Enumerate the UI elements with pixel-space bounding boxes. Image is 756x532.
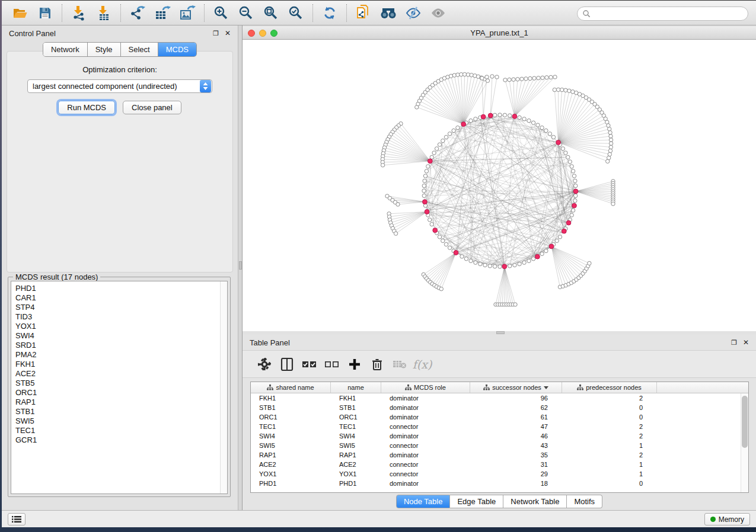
result-node-item[interactable]: YOX1 [15, 322, 227, 331]
table-row[interactable]: PHD1PHD1dominator180 [251, 479, 748, 488]
splitter-grip[interactable] [239, 261, 242, 270]
scrollbar-thumb[interactable] [742, 396, 748, 448]
column-header-predecessor-nodes[interactable]: predecessor nodes [562, 382, 657, 393]
import-network-icon[interactable] [70, 4, 88, 22]
search-input[interactable] [577, 7, 748, 21]
network-window: YPA_prune.txt_1 [243, 27, 756, 331]
close-panel-icon[interactable]: ✕ [743, 339, 749, 346]
export-network-icon[interactable] [129, 4, 146, 22]
toolbar-separator [120, 4, 121, 22]
export-table-icon[interactable] [154, 4, 171, 22]
delete-column-icon[interactable] [369, 356, 385, 373]
vertical-splitter[interactable] [238, 25, 243, 510]
result-node-item[interactable]: SWI4 [15, 331, 227, 341]
table-row[interactable]: TEC1TEC1connector472 [251, 422, 748, 431]
export-image-icon[interactable] [178, 4, 196, 22]
float-panel-icon[interactable]: ❐ [213, 30, 219, 37]
table-row[interactable]: STB1STB1dominator620 [251, 403, 748, 412]
result-node-item[interactable]: PHD1 [15, 284, 227, 293]
memory-status-icon [710, 517, 716, 522]
add-column-icon[interactable] [346, 356, 363, 373]
open-file-icon[interactable] [11, 4, 29, 22]
memory-button[interactable]: Memory [704, 513, 750, 525]
result-node-item[interactable]: CAR1 [15, 293, 227, 303]
result-node-item[interactable]: ACE2 [15, 369, 227, 379]
cell-name: ORC1 [331, 414, 381, 421]
tab-style[interactable]: Style [88, 43, 121, 56]
cell-successor-nodes: 46 [470, 432, 562, 440]
table-row[interactable]: RAP1RAP1dominator352 [251, 450, 748, 460]
table-row[interactable]: SWI4SWI4dominator462 [251, 431, 748, 441]
result-node-item[interactable]: PMA2 [15, 350, 227, 360]
table-scrollbar[interactable] [741, 393, 748, 492]
result-node-item[interactable]: ORC1 [15, 388, 227, 398]
close-panel-button[interactable]: Close panel [123, 101, 181, 114]
column-settings-icon[interactable] [256, 356, 273, 373]
hide-selected-icon[interactable] [404, 4, 422, 22]
run-mcds-button[interactable]: Run MCDS [58, 101, 115, 114]
table-row[interactable]: ORC1ORC1dominator610 [251, 412, 748, 422]
close-panel-icon[interactable]: ✕ [225, 30, 231, 37]
network-canvas[interactable] [243, 40, 756, 331]
result-node-item[interactable]: STP4 [15, 303, 227, 312]
table-row[interactable]: YOX1YOX1connector291 [251, 469, 748, 479]
select-stepper-icon [200, 80, 211, 92]
first-neighbors-icon[interactable] [379, 4, 397, 22]
result-node-item[interactable]: TID3 [15, 312, 227, 322]
column-header-shared-name[interactable]: shared name [251, 382, 331, 393]
cell-shared-name: FKH1 [251, 395, 331, 402]
result-node-item[interactable]: TEC1 [15, 426, 227, 435]
toggle-panels-icon[interactable] [279, 356, 295, 373]
zoom-out-icon[interactable] [237, 4, 255, 22]
status-bar: Memory [2, 510, 756, 527]
table-row[interactable]: SWI5SWI5connector431 [251, 441, 748, 450]
network-window-titlebar[interactable]: YPA_prune.txt_1 [243, 27, 756, 40]
cell-name: STB1 [331, 404, 381, 411]
result-node-item[interactable]: FKH1 [15, 360, 227, 369]
result-node-item[interactable]: SRD1 [15, 341, 227, 350]
cell-predecessor-nodes: 0 [562, 414, 657, 421]
zoom-in-icon[interactable] [212, 4, 230, 22]
select-all-icon[interactable] [301, 356, 318, 373]
column-header-name[interactable]: name [331, 382, 381, 393]
splitter-grip[interactable] [496, 331, 505, 334]
result-list-scrollbar[interactable] [220, 281, 227, 493]
result-node-item[interactable]: STB5 [15, 379, 227, 388]
zoom-selected-icon[interactable] [287, 4, 305, 22]
zoom-fit-icon[interactable] [262, 4, 280, 22]
result-node-item[interactable]: GCR1 [15, 435, 227, 445]
tab-mcds[interactable]: MCDS [158, 43, 196, 56]
float-panel-icon[interactable]: ❐ [731, 339, 737, 346]
tab-node-table[interactable]: Node Table [396, 495, 451, 508]
show-all-icon[interactable] [429, 4, 447, 22]
tab-network[interactable]: Network [43, 43, 88, 56]
save-icon[interactable] [36, 4, 54, 22]
tab-network-table[interactable]: Network Table [503, 495, 567, 508]
cell-name: ACE2 [331, 461, 381, 468]
refresh-icon[interactable] [321, 4, 339, 22]
memory-label: Memory [719, 515, 744, 524]
result-node-item[interactable]: RAP1 [15, 398, 227, 407]
table-row[interactable]: ACE2ACE2connector311 [251, 460, 748, 469]
cell-name: FKH1 [331, 395, 381, 402]
node-table[interactable]: shared namenameMCDS rolesuccessor nodesp… [250, 382, 749, 493]
mcds-result-list[interactable]: PHD1CAR1STP4TID3YOX1SWI4SRD1PMA2FKH1ACE2… [11, 281, 228, 494]
deselect-all-icon[interactable] [324, 356, 340, 373]
delete-table-icon[interactable] [391, 356, 408, 373]
clone-network-icon[interactable] [355, 4, 372, 22]
result-node-item[interactable]: SWI5 [15, 416, 227, 426]
column-header-MCDS-role[interactable]: MCDS role [381, 382, 470, 393]
task-history-button[interactable] [8, 513, 25, 525]
import-table-icon[interactable] [95, 4, 113, 22]
toolbar-separator [204, 4, 205, 22]
network-graph[interactable] [243, 40, 756, 331]
column-header-successor-nodes[interactable]: successor nodes [470, 382, 562, 393]
tab-select[interactable]: Select [121, 43, 158, 56]
shared-column-icon [267, 384, 273, 390]
optimization-criterion-select[interactable]: largest connected component (undirected) [27, 79, 212, 93]
result-node-item[interactable]: STB1 [15, 407, 227, 416]
cell-predecessor-nodes: 0 [562, 404, 657, 411]
tab-motifs[interactable]: Motifs [567, 495, 602, 508]
tab-edge-table[interactable]: Edge Table [450, 495, 503, 508]
table-row[interactable]: FKH1FKH1dominator962 [251, 393, 748, 403]
